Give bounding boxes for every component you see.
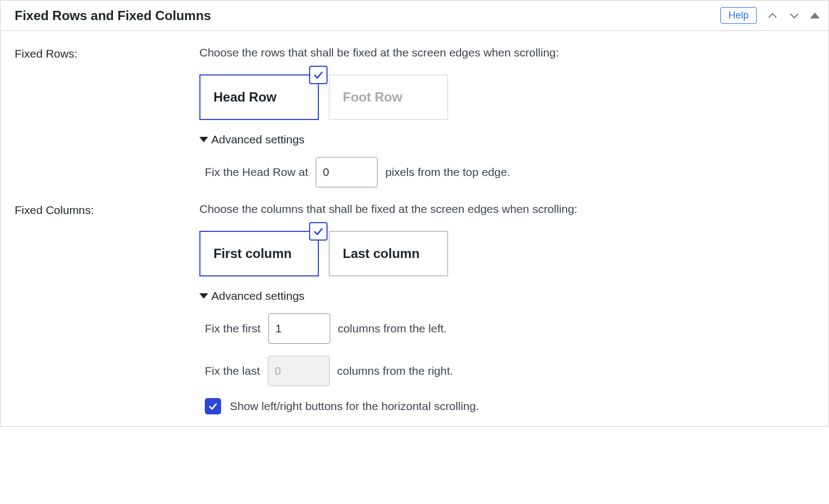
head-row-offset-input[interactable] bbox=[316, 157, 378, 187]
triangle-down-icon bbox=[199, 137, 208, 142]
last-columns-input bbox=[268, 356, 330, 386]
head-row-label: Head Row bbox=[213, 90, 277, 104]
head-row-check bbox=[309, 66, 328, 84]
last-columns-prefix: Fix the last bbox=[205, 364, 260, 377]
fixed-rows-toggles: Head Row Foot Row bbox=[199, 74, 814, 120]
panel-header: Fixed Rows and Fixed Columns Help bbox=[1, 1, 828, 31]
panel-title: Fixed Rows and Fixed Columns bbox=[15, 8, 211, 23]
first-columns-prefix: Fix the first bbox=[205, 322, 261, 335]
first-column-toggle[interactable]: First column bbox=[199, 231, 319, 276]
move-down-button[interactable] bbox=[788, 10, 800, 22]
fixed-columns-label: Fixed Columns: bbox=[15, 203, 199, 217]
fixed-columns-desc: Choose the columns that shall be fixed a… bbox=[199, 203, 814, 216]
fixed-columns-advanced-body: Fix the first columns from the left. Fix… bbox=[199, 313, 814, 414]
triangle-up-icon bbox=[810, 12, 820, 18]
fixed-rows-advanced-label: Advanced settings bbox=[211, 133, 305, 146]
fixed-rows-advanced-toggle[interactable]: Advanced settings bbox=[199, 133, 814, 146]
fixed-rows-row: Fixed Rows: Choose the rows that shall b… bbox=[15, 46, 814, 187]
last-columns-suffix: columns from the right. bbox=[337, 364, 454, 377]
first-column-check bbox=[309, 222, 328, 241]
fixed-columns-advanced-label: Advanced settings bbox=[211, 289, 305, 303]
check-icon bbox=[312, 225, 324, 237]
first-columns-suffix: columns from the left. bbox=[338, 322, 447, 335]
head-row-offset-suffix: pixels from the top edge. bbox=[385, 166, 510, 179]
fixed-columns-toggles: First column Last column bbox=[199, 231, 814, 276]
show-scroll-buttons-checkbox[interactable] bbox=[205, 398, 221, 414]
check-icon bbox=[208, 401, 218, 412]
panel-body: Fixed Rows: Choose the rows that shall b… bbox=[1, 31, 828, 426]
first-column-label: First column bbox=[213, 246, 292, 261]
foot-row-toggle[interactable]: Foot Row bbox=[329, 74, 448, 120]
chevron-down-icon bbox=[788, 10, 800, 22]
first-columns-count-line: Fix the first columns from the left. bbox=[205, 313, 814, 344]
foot-row-label: Foot Row bbox=[343, 90, 402, 104]
collapse-button[interactable] bbox=[810, 12, 820, 18]
settings-panel: Fixed Rows and Fixed Columns Help Fixed … bbox=[0, 0, 829, 427]
panel-actions: Help bbox=[720, 7, 820, 24]
first-columns-input[interactable] bbox=[268, 313, 330, 344]
triangle-down-icon bbox=[199, 293, 208, 299]
last-column-label: Last column bbox=[343, 246, 419, 261]
head-row-offset-prefix: Fix the Head Row at bbox=[205, 166, 308, 179]
fixed-rows-label: Fixed Rows: bbox=[15, 46, 199, 60]
chevron-up-icon bbox=[767, 10, 778, 22]
fixed-rows-desc: Choose the rows that shall be fixed at t… bbox=[199, 46, 814, 59]
last-column-toggle[interactable]: Last column bbox=[329, 231, 448, 276]
head-row-offset-line: Fix the Head Row at pixels from the top … bbox=[205, 157, 814, 187]
help-button[interactable]: Help bbox=[720, 7, 757, 24]
show-scroll-buttons-line: Show left/right buttons for the horizont… bbox=[205, 398, 814, 414]
last-columns-count-line: Fix the last columns from the right. bbox=[205, 356, 814, 386]
fixed-columns-content: Choose the columns that shall be fixed a… bbox=[199, 203, 814, 414]
check-icon bbox=[312, 69, 324, 81]
show-scroll-buttons-label: Show left/right buttons for the horizont… bbox=[230, 400, 479, 413]
fixed-columns-row: Fixed Columns: Choose the columns that s… bbox=[15, 203, 814, 414]
move-up-button[interactable] bbox=[767, 10, 778, 22]
head-row-toggle[interactable]: Head Row bbox=[199, 74, 319, 120]
fixed-rows-advanced-body: Fix the Head Row at pixels from the top … bbox=[199, 157, 814, 187]
fixed-rows-content: Choose the rows that shall be fixed at t… bbox=[199, 46, 814, 187]
fixed-columns-advanced-toggle[interactable]: Advanced settings bbox=[199, 289, 814, 303]
